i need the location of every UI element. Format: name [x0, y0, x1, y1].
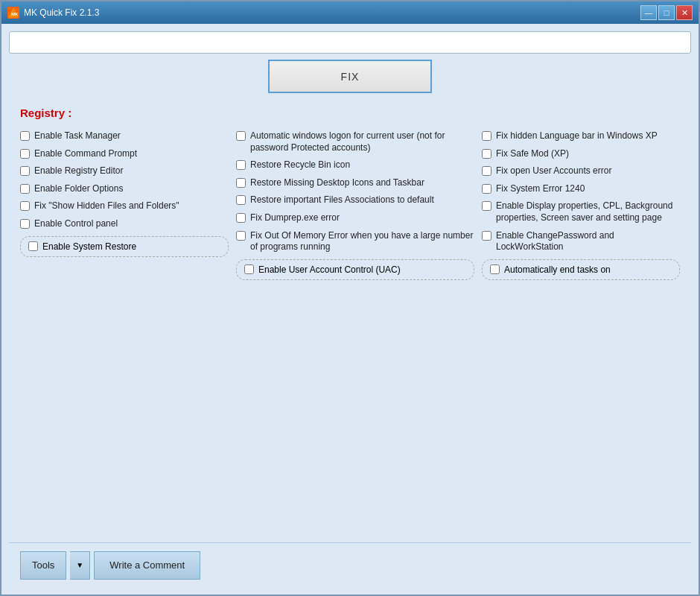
- restore-desktop-icons-checkbox[interactable]: [236, 178, 246, 188]
- list-item: Fix Dumprep.exe error: [236, 212, 474, 224]
- fix-safe-mod-label[interactable]: Fix Safe Mod (XP): [496, 148, 569, 160]
- fix-system-error-label[interactable]: Fix System Error 1240: [496, 183, 585, 195]
- list-item: Enable Display properties, CPL, Backgrou…: [482, 200, 680, 224]
- enable-uac-checkbox[interactable]: [244, 264, 254, 274]
- write-comment-button[interactable]: Write a Comment: [94, 551, 200, 580]
- tools-button[interactable]: Tools: [20, 551, 66, 580]
- minimize-button[interactable]: —: [640, 5, 657, 20]
- enable-command-prompt-checkbox[interactable]: [20, 149, 30, 159]
- window-title: MK Quick Fix 2.1.3: [24, 7, 99, 18]
- main-window: MK MK Quick Fix 2.1.3 — □ ✕ FIX Registry…: [0, 0, 700, 596]
- enable-command-prompt-label[interactable]: Enable Command Prompt: [34, 148, 137, 160]
- list-item: Enable Control panel: [20, 218, 229, 230]
- enable-display-props-label[interactable]: Enable Display properties, CPL, Backgrou…: [496, 200, 680, 224]
- progress-bar: [9, 31, 691, 54]
- auto-logon-checkbox[interactable]: [236, 131, 246, 141]
- auto-end-tasks-label[interactable]: Automatically end tasks on: [504, 264, 611, 275]
- list-item: Fix Safe Mod (XP): [482, 148, 680, 160]
- fix-out-of-memory-label[interactable]: Fix Out Of Memory Error when you have a …: [250, 230, 474, 253]
- list-item-dashed: Enable System Restore: [20, 236, 229, 257]
- list-item: Fix System Error 1240: [482, 183, 680, 195]
- enable-registry-editor-label[interactable]: Enable Registry Editor: [34, 165, 123, 177]
- enable-display-props-checkbox[interactable]: [482, 201, 491, 211]
- col3: Fix hidden Language bar in Windows XP Fi…: [482, 130, 680, 285]
- enable-control-panel-label[interactable]: Enable Control panel: [34, 218, 118, 230]
- restore-desktop-icons-label[interactable]: Restore Missing Desktop Icons and Taskba…: [250, 177, 424, 189]
- section-title: Registry :: [20, 107, 680, 119]
- enable-task-manager-label[interactable]: Enable Task Manager: [34, 130, 121, 142]
- col1: Enable Task Manager Enable Command Promp…: [20, 130, 229, 285]
- fix-language-bar-label[interactable]: Fix hidden Language bar in Windows XP: [496, 130, 658, 142]
- list-item: Enable Task Manager: [20, 130, 229, 142]
- content-area: Registry : Enable Task Manager Enable Co…: [9, 99, 691, 536]
- enable-change-password-label[interactable]: Enable ChangePassword and LockWorkStatio…: [496, 230, 680, 253]
- fix-system-error-checkbox[interactable]: [482, 184, 491, 194]
- items-grid: Enable Task Manager Enable Command Promp…: [20, 130, 680, 285]
- list-item: Fix open User Accounts error: [482, 165, 680, 177]
- list-item: Restore Recycle Bin icon: [236, 159, 474, 171]
- auto-end-tasks-checkbox[interactable]: [490, 264, 500, 274]
- restore-file-assoc-label[interactable]: Restore important Files Associations to …: [250, 194, 434, 206]
- registry-section: Registry : Enable Task Manager Enable Co…: [9, 99, 691, 292]
- dropdown-arrow-icon: ▼: [76, 561, 83, 569]
- enable-system-restore-checkbox[interactable]: [28, 241, 38, 251]
- window-body: FIX Registry : Enable Task Manager: [1, 24, 699, 595]
- restore-file-assoc-checkbox[interactable]: [236, 195, 246, 205]
- close-button[interactable]: ✕: [676, 5, 693, 20]
- restore-recycle-bin-checkbox[interactable]: [236, 160, 246, 170]
- fix-show-hidden-checkbox[interactable]: [20, 201, 30, 211]
- title-bar: MK MK Quick Fix 2.1.3 — □ ✕: [1, 1, 699, 24]
- fix-safe-mod-checkbox[interactable]: [482, 149, 491, 159]
- enable-change-password-checkbox[interactable]: [482, 231, 491, 241]
- fix-show-hidden-label[interactable]: Fix "Show Hidden Files and Folders": [34, 200, 179, 212]
- fix-dumprep-checkbox[interactable]: [236, 213, 246, 223]
- list-item: Fix "Show Hidden Files and Folders": [20, 200, 229, 212]
- list-item: Fix Out Of Memory Error when you have a …: [236, 230, 474, 253]
- auto-logon-label[interactable]: Automatic windows logon for current user…: [250, 130, 474, 153]
- bottom-bar: Tools ▼ Write a Comment: [9, 542, 691, 587]
- enable-uac-label[interactable]: Enable User Account Control (UAC): [258, 264, 401, 275]
- scroll-content[interactable]: Registry : Enable Task Manager Enable Co…: [9, 99, 691, 536]
- list-item-dashed: Enable User Account Control (UAC): [236, 259, 474, 280]
- fix-out-of-memory-checkbox[interactable]: [236, 231, 246, 241]
- enable-task-manager-checkbox[interactable]: [20, 131, 30, 141]
- list-item: Restore important Files Associations to …: [236, 194, 474, 206]
- enable-registry-editor-checkbox[interactable]: [20, 166, 30, 176]
- enable-system-restore-label[interactable]: Enable System Restore: [42, 241, 136, 252]
- maximize-button[interactable]: □: [658, 5, 675, 20]
- enable-folder-options-checkbox[interactable]: [20, 184, 30, 194]
- enable-folder-options-label[interactable]: Enable Folder Options: [34, 183, 123, 195]
- list-item: Enable Command Prompt: [20, 148, 229, 160]
- list-item-dashed: Automatically end tasks on: [482, 259, 680, 280]
- fix-dumprep-label[interactable]: Fix Dumprep.exe error: [250, 212, 340, 224]
- fix-button[interactable]: FIX: [268, 60, 432, 93]
- fix-language-bar-checkbox[interactable]: [482, 131, 491, 141]
- list-item: Enable Registry Editor: [20, 165, 229, 177]
- app-icon: MK: [7, 7, 19, 19]
- list-item: Automatic windows logon for current user…: [236, 130, 474, 153]
- list-item: Restore Missing Desktop Icons and Taskba…: [236, 177, 474, 189]
- tools-dropdown-button[interactable]: ▼: [70, 551, 90, 580]
- svg-text:MK: MK: [11, 12, 19, 16]
- fix-user-accounts-label[interactable]: Fix open User Accounts error: [496, 165, 611, 177]
- col2: Automatic windows logon for current user…: [236, 130, 474, 285]
- title-bar-buttons: — □ ✕: [640, 5, 693, 20]
- restore-recycle-bin-label[interactable]: Restore Recycle Bin icon: [250, 159, 350, 171]
- enable-control-panel-checkbox[interactable]: [20, 219, 30, 229]
- list-item: Enable Folder Options: [20, 183, 229, 195]
- fix-user-accounts-checkbox[interactable]: [482, 166, 491, 176]
- list-item: Enable ChangePassword and LockWorkStatio…: [482, 230, 680, 253]
- list-item: Fix hidden Language bar in Windows XP: [482, 130, 680, 142]
